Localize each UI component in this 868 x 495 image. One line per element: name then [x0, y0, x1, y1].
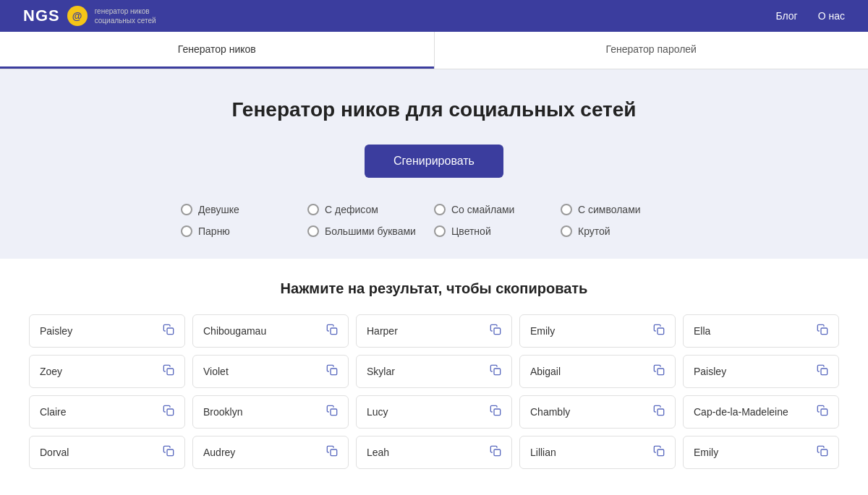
result-name: Lucy — [367, 406, 388, 418]
page-title: Генератор ников для социальных сетей — [14, 98, 854, 121]
svg-rect-14 — [821, 409, 827, 416]
result-item[interactable]: Chambly — [519, 395, 676, 429]
copy-icon[interactable] — [653, 324, 665, 338]
option-girl[interactable]: Девушке — [181, 204, 307, 215]
svg-rect-8 — [658, 369, 664, 375]
copy-icon[interactable] — [163, 364, 174, 379]
result-item[interactable]: Cap-de-la-Madeleine — [683, 395, 839, 429]
copy-icon[interactable] — [326, 364, 338, 379]
copy-icon[interactable] — [817, 324, 828, 338]
logo-icon: @ — [67, 6, 88, 26]
radio-girl[interactable] — [181, 204, 192, 215]
result-item[interactable]: Audrey — [192, 436, 349, 469]
svg-rect-18 — [658, 449, 664, 456]
option-color[interactable]: Цветной — [434, 225, 561, 237]
svg-rect-1 — [331, 328, 337, 335]
svg-rect-10 — [167, 409, 174, 416]
copy-icon[interactable] — [653, 405, 665, 419]
copy-icon[interactable] — [490, 324, 501, 338]
copy-icon[interactable] — [326, 324, 338, 338]
results-grid: PaisleyChibougamauHarperEmilyEllaZoeyVio… — [29, 314, 839, 469]
svg-rect-13 — [658, 409, 664, 416]
result-item[interactable]: Emily — [683, 436, 839, 469]
svg-rect-19 — [821, 449, 827, 456]
radio-emoji[interactable] — [434, 204, 446, 215]
option-hyphen[interactable]: С дефисом — [307, 204, 434, 215]
copy-icon[interactable] — [163, 324, 174, 338]
copy-icon[interactable] — [817, 364, 828, 379]
result-name: Emily — [694, 447, 718, 458]
result-item[interactable]: Dorval — [29, 436, 185, 469]
copy-icon[interactable] — [326, 445, 338, 460]
result-item[interactable]: Violet — [192, 355, 349, 388]
result-name: Harper — [367, 325, 398, 337]
result-name: Zoey — [40, 366, 62, 377]
result-item[interactable]: Skylar — [356, 355, 512, 388]
tab-nicknames[interactable]: Генератор ников — [0, 32, 434, 69]
result-name: Brooklyn — [203, 406, 242, 418]
result-item[interactable]: Brooklyn — [192, 395, 349, 429]
result-name: Violet — [203, 366, 229, 377]
option-uppercase[interactable]: Большими буквами — [307, 225, 434, 237]
result-item[interactable]: Leah — [356, 436, 512, 469]
result-name: Claire — [40, 406, 67, 418]
options-grid: Девушке С дефисом Со смайлами С символам… — [181, 204, 687, 237]
result-item[interactable]: Paisley — [29, 314, 185, 348]
logo-subtitle: генератор ников социальных сетей — [95, 7, 160, 25]
result-item[interactable]: Emily — [519, 314, 676, 348]
copy-icon[interactable] — [490, 405, 501, 419]
result-item[interactable]: Zoey — [29, 355, 185, 388]
result-name: Paisley — [40, 325, 72, 337]
result-item[interactable]: Ella — [683, 314, 839, 348]
svg-rect-2 — [494, 328, 501, 335]
result-item[interactable]: Harper — [356, 314, 512, 348]
tab-passwords[interactable]: Генератор паролей — [435, 32, 869, 69]
copy-icon[interactable] — [653, 445, 665, 460]
option-emoji[interactable]: Со смайлами — [434, 204, 561, 215]
radio-hyphen[interactable] — [307, 204, 319, 215]
result-name: Abigail — [530, 366, 561, 377]
svg-rect-17 — [494, 449, 501, 456]
nav-about[interactable]: О нас — [818, 10, 845, 22]
copy-icon[interactable] — [653, 364, 665, 379]
result-item[interactable]: Lillian — [519, 436, 676, 469]
result-item[interactable]: Claire — [29, 395, 185, 429]
copy-icon[interactable] — [163, 445, 174, 460]
option-cool[interactable]: Крутой — [561, 225, 687, 237]
result-item[interactable]: Paisley — [683, 355, 839, 388]
radio-guy[interactable] — [181, 225, 192, 237]
nav-blog[interactable]: Блог — [775, 10, 797, 22]
copy-icon[interactable] — [326, 405, 338, 419]
logo: NGS @ генератор ников социальных сетей — [23, 6, 160, 26]
radio-color[interactable] — [434, 225, 446, 237]
result-name: Audrey — [203, 447, 235, 458]
header-nav: Блог О нас — [775, 10, 845, 22]
radio-symbols[interactable] — [561, 204, 572, 215]
result-item[interactable]: Lucy — [356, 395, 512, 429]
result-item[interactable]: Chibougamau — [192, 314, 349, 348]
svg-rect-6 — [331, 369, 337, 375]
option-guy[interactable]: Парню — [181, 225, 307, 237]
svg-rect-3 — [658, 328, 664, 335]
result-name: Skylar — [367, 366, 395, 377]
copy-icon[interactable] — [163, 405, 174, 419]
copy-icon[interactable] — [817, 405, 828, 419]
result-name: Lillian — [530, 447, 556, 458]
svg-rect-4 — [821, 328, 827, 335]
copy-icon[interactable] — [490, 364, 501, 379]
results-title: Нажмите на результат, чтобы скопировать — [29, 280, 839, 297]
generate-button-top[interactable]: Сгенирировать — [365, 145, 503, 178]
result-name: Ella — [694, 325, 710, 337]
copy-icon[interactable] — [817, 445, 828, 460]
result-name: Dorval — [40, 447, 69, 458]
radio-cool[interactable] — [561, 225, 572, 237]
radio-uppercase[interactable] — [307, 225, 319, 237]
svg-rect-15 — [167, 449, 174, 456]
svg-rect-5 — [167, 369, 174, 375]
result-item[interactable]: Abigail — [519, 355, 676, 388]
header: NGS @ генератор ников социальных сетей Б… — [0, 0, 868, 32]
svg-rect-9 — [821, 369, 827, 375]
copy-icon[interactable] — [490, 445, 501, 460]
option-symbols[interactable]: С символами — [561, 204, 687, 215]
tabs: Генератор ников Генератор паролей — [0, 32, 868, 69]
